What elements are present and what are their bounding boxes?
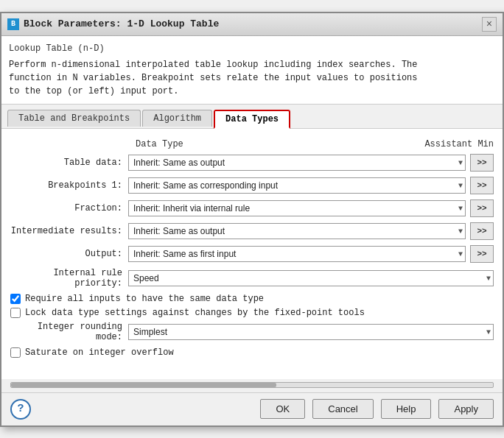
checkbox-lock-data-type: Lock data type settings against changes … (10, 308, 494, 318)
label-intermediate: Intermediate results: (10, 226, 128, 236)
input-intermediate: Inherit: Same as output doublesingle ▼ >… (128, 222, 494, 240)
description-text1: Perform n-dimensional interpolated table… (9, 58, 495, 71)
content-area: Data Type Assistant Min Table data: Inhe… (1, 129, 503, 379)
help-icon-button[interactable]: ? (10, 399, 31, 420)
input-table-data: Inherit: Same as output doublesingle ▼ >… (128, 154, 494, 172)
field-row-output: Output: Inherit: Same as first input dou… (10, 245, 494, 263)
cancel-button[interactable]: Cancel (312, 399, 373, 419)
help-button[interactable]: Help (381, 399, 432, 419)
checkbox-input-saturate[interactable] (10, 347, 21, 358)
description-subtitle: Lookup Table (n-D) (9, 42, 495, 55)
select-wrapper-intermediate: Inherit: Same as output doublesingle ▼ (128, 223, 466, 239)
select-fraction[interactable]: Inherit: Inherit via internal rule doubl… (128, 200, 466, 216)
assist-btn-intermediate[interactable]: >> (470, 222, 494, 240)
description-area: Lookup Table (n-D) Perform n-dimensional… (1, 36, 503, 105)
label-fraction: Fraction: (10, 203, 128, 213)
input-output: Inherit: Same as first input doublesingl… (128, 245, 494, 263)
column-headers: Data Type Assistant Min (10, 136, 494, 154)
tab-data-types[interactable]: Data Types (214, 110, 290, 129)
select-wrapper-table-data: Inherit: Same as output doublesingle ▼ (128, 155, 466, 171)
select-wrapper-fraction: Inherit: Inherit via internal rule doubl… (128, 200, 466, 216)
checkbox-input-require[interactable] (10, 294, 21, 304)
dialog-icon: B (7, 18, 19, 30)
field-row-internal-rule: Internal rule priority: Speed Precision … (10, 268, 494, 289)
checkbox-label-lock: Lock data type settings against changes … (25, 308, 365, 318)
scrollbar-thumb (11, 383, 276, 387)
label-table-data: Table data: (10, 158, 128, 168)
tab-table-breakpoints[interactable]: Table and Breakpoints (7, 110, 141, 127)
col-datatype-header: Data Type (128, 139, 420, 149)
label-integer-rounding: Integer rounding mode: (10, 322, 128, 342)
dialog-title: Block Parameters: 1-D Lookup Table (24, 18, 219, 29)
select-intermediate[interactable]: Inherit: Same as output doublesingle (128, 223, 466, 239)
apply-button[interactable]: Apply (438, 399, 494, 419)
title-bar: B Block Parameters: 1-D Lookup Table × (1, 13, 503, 36)
tabs-row: Table and Breakpoints Algorithm Data Typ… (1, 105, 503, 129)
select-wrapper-output: Inherit: Same as first input doublesingl… (128, 246, 466, 262)
field-row-breakpoints1: Breakpoints 1: Inherit: Same as correspo… (10, 177, 494, 194)
col-assistant-header: Assistant Min (420, 139, 494, 149)
select-breakpoints1[interactable]: Inherit: Same as corresponding input dou… (128, 177, 466, 194)
checkbox-require-same-type: Require all inputs to have the same data… (10, 294, 494, 304)
label-breakpoints1: Breakpoints 1: (10, 180, 128, 191)
select-output[interactable]: Inherit: Same as first input doublesingl… (128, 246, 466, 262)
checkbox-label-require: Require all inputs to have the same data… (25, 294, 264, 304)
title-bar-left: B Block Parameters: 1-D Lookup Table (7, 18, 219, 30)
scrollbar-container (1, 379, 503, 392)
assist-btn-output[interactable]: >> (470, 245, 494, 263)
field-row-table-data: Table data: Inherit: Same as output doub… (10, 154, 494, 172)
select-integer-rounding[interactable]: Simplest Floor Ceiling Round Zero (128, 324, 494, 340)
close-button[interactable]: × (482, 17, 497, 32)
select-wrapper-internal-rule: Speed Precision ▼ (128, 270, 494, 286)
select-table-data[interactable]: Inherit: Same as output doublesingle (128, 155, 466, 171)
description-text3: to the top (or left) input port. (9, 85, 495, 98)
assist-btn-table-data[interactable]: >> (470, 154, 494, 172)
field-row-integer-rounding: Integer rounding mode: Simplest Floor Ce… (10, 322, 494, 342)
field-row-intermediate: Intermediate results: Inherit: Same as o… (10, 222, 494, 240)
label-output: Output: (10, 249, 128, 259)
dialog-window: B Block Parameters: 1-D Lookup Table × L… (0, 12, 504, 427)
description-text2: function in N variables. Breakpoint sets… (9, 71, 495, 85)
assist-btn-breakpoints1[interactable]: >> (470, 177, 494, 194)
checkbox-input-lock[interactable] (10, 308, 21, 318)
input-internal-rule: Speed Precision ▼ (128, 270, 494, 286)
checkbox-saturate: Saturate on integer overflow (10, 347, 494, 358)
assist-btn-fraction[interactable]: >> (470, 199, 494, 217)
input-fraction: Inherit: Inherit via internal rule doubl… (128, 199, 494, 217)
tab-algorithm[interactable]: Algorithm (142, 110, 212, 127)
ok-button[interactable]: OK (260, 399, 305, 419)
select-wrapper-integer-rounding: Simplest Floor Ceiling Round Zero ▼ (128, 324, 494, 340)
input-breakpoints1: Inherit: Same as corresponding input dou… (128, 177, 494, 194)
buttons-row: ? OK Cancel Help Apply (1, 392, 503, 425)
select-internal-rule[interactable]: Speed Precision (128, 270, 494, 286)
input-integer-rounding: Simplest Floor Ceiling Round Zero ▼ (128, 324, 494, 340)
select-wrapper-breakpoints1: Inherit: Same as corresponding input dou… (128, 177, 466, 194)
horizontal-scrollbar[interactable] (10, 382, 494, 388)
label-internal-rule: Internal rule priority: (10, 268, 128, 289)
checkbox-label-saturate: Saturate on integer overflow (25, 347, 174, 358)
field-row-fraction: Fraction: Inherit: Inherit via internal … (10, 199, 494, 217)
